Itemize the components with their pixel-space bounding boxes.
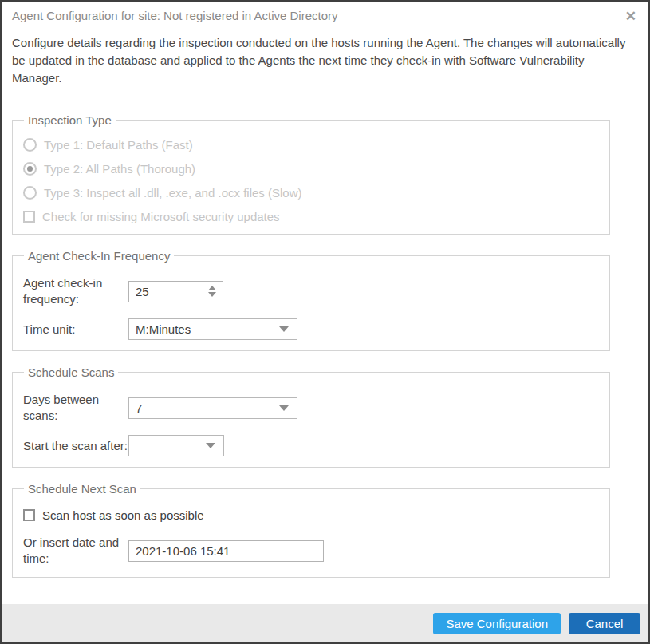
- days-between-scans-dropdown[interactable]: 7: [128, 397, 297, 419]
- days-between-scans-row: Days between scans: 7: [23, 392, 600, 424]
- radio-icon-type-3[interactable]: [23, 186, 37, 200]
- chevron-down-icon: [206, 443, 215, 448]
- datetime-row: Or insert date and time:: [23, 535, 600, 567]
- dialog-title: Agent Configuration for site: Not regist…: [12, 9, 338, 22]
- radio-icon-type-1[interactable]: [23, 138, 37, 152]
- agent-configuration-dialog: Agent Configuration for site: Not regist…: [0, 0, 650, 644]
- frequency-spinner: [128, 281, 223, 302]
- radio-type-3[interactable]: Type 3: Inspect all .dll, .exe, and .ocx…: [23, 186, 600, 200]
- spinner-up-icon[interactable]: [208, 286, 216, 290]
- time-unit-label: Time unit:: [23, 322, 128, 338]
- close-icon[interactable]: ✕: [623, 9, 639, 24]
- dialog-description: Configure details regarding the inspecti…: [12, 34, 637, 87]
- schedule-scans-group: Schedule Scans Days between scans: 7 Sta…: [12, 365, 610, 468]
- inspection-type-legend: Inspection Type: [24, 113, 116, 127]
- time-unit-value: M:Minutes: [136, 322, 191, 336]
- start-scan-after-label: Start the scan after:: [23, 438, 128, 454]
- checkbox-label-scan-asap: Scan host as soon as possible: [42, 508, 204, 522]
- time-unit-dropdown[interactable]: M:Minutes: [128, 318, 297, 340]
- radio-label-type-1: Type 1: Default Paths (Fast): [44, 138, 193, 152]
- radio-type-2[interactable]: Type 2: All Paths (Thorough): [23, 162, 600, 176]
- chevron-down-icon: [279, 326, 289, 332]
- inspection-type-group: Inspection Type Type 1: Default Paths (F…: [12, 113, 610, 235]
- schedule-next-scan-legend: Schedule Next Scan: [24, 482, 140, 496]
- check-missing-ms-updates[interactable]: Check for missing Microsoft security upd…: [23, 210, 600, 223]
- dialog-footer: Save Configuration Cancel: [2, 604, 648, 642]
- datetime-input[interactable]: [128, 540, 324, 562]
- days-between-scans-value: 7: [136, 401, 142, 415]
- checkbox-icon-scan-asap[interactable]: [23, 509, 35, 521]
- checkbox-label-ms-updates: Check for missing Microsoft security upd…: [42, 210, 280, 223]
- days-between-scans-label: Days between scans:: [23, 392, 128, 424]
- checkin-frequency-group: Agent Check-In Frequency Agent check-in …: [12, 249, 610, 351]
- spinner-arrows: [208, 281, 216, 302]
- cancel-button[interactable]: Cancel: [569, 613, 640, 634]
- start-scan-after-row: Start the scan after:: [23, 435, 600, 456]
- start-scan-after-dropdown[interactable]: [128, 435, 224, 456]
- frequency-label: Agent check-in frequency:: [23, 275, 128, 307]
- time-unit-row: Time unit: M:Minutes: [23, 318, 600, 340]
- radio-icon-type-2[interactable]: [23, 162, 37, 176]
- radio-label-type-2: Type 2: All Paths (Thorough): [44, 162, 195, 176]
- datetime-label: Or insert date and time:: [23, 535, 128, 567]
- radio-type-1[interactable]: Type 1: Default Paths (Fast): [23, 138, 600, 152]
- spinner-down-icon[interactable]: [208, 292, 216, 297]
- chevron-down-icon: [279, 405, 289, 411]
- dialog-header: Agent Configuration for site: Not regist…: [2, 2, 648, 24]
- schedule-next-scan-group: Schedule Next Scan Scan host as soon as …: [12, 482, 610, 578]
- schedule-scans-legend: Schedule Scans: [24, 365, 118, 379]
- checkbox-icon-ms-updates[interactable]: [23, 211, 35, 223]
- frequency-row: Agent check-in frequency:: [23, 275, 600, 307]
- checkin-frequency-legend: Agent Check-In Frequency: [24, 249, 174, 263]
- save-configuration-button[interactable]: Save Configuration: [433, 613, 561, 634]
- radio-label-type-3: Type 3: Inspect all .dll, .exe, and .ocx…: [44, 186, 301, 200]
- scan-asap-checkbox-row[interactable]: Scan host as soon as possible: [23, 508, 600, 522]
